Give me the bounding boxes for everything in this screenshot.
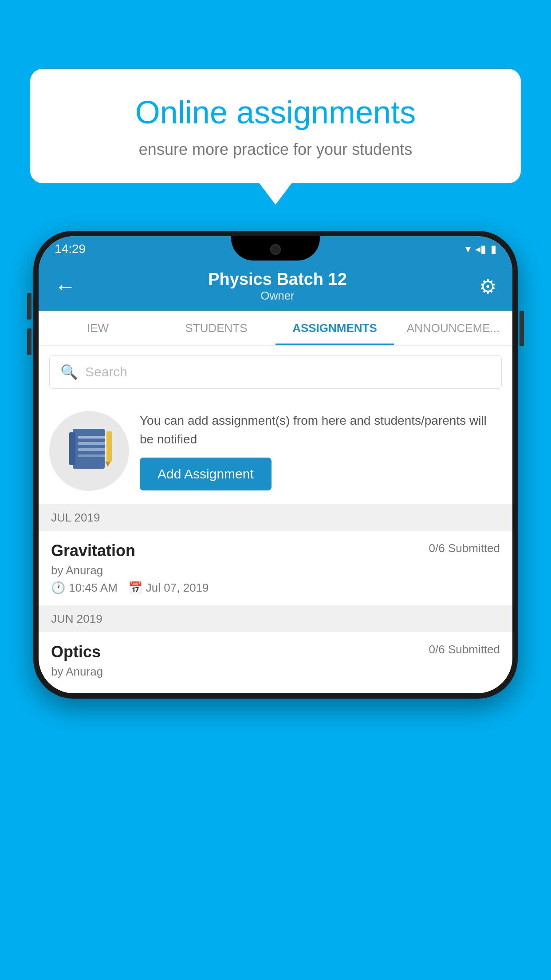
phone-wrapper: 14:29 ▾ ◂▮ ▮ ← Physics Batch 12 Ow — [33, 231, 518, 699]
assignment-author-optics: by Anurag — [51, 665, 500, 679]
volume-down-button[interactable] — [27, 328, 31, 355]
assignment-gravitation-header: Gravitation 0/6 Submitted — [51, 541, 500, 560]
month-header-jul: JUL 2019 — [39, 505, 512, 531]
search-icon: 🔍 — [60, 364, 78, 380]
pencil-body — [106, 431, 112, 462]
front-camera — [270, 244, 281, 255]
notch — [231, 236, 320, 261]
status-bar: 14:29 ▾ ◂▮ ▮ — [39, 236, 512, 262]
tab-iew[interactable]: IEW — [39, 311, 157, 345]
status-icons: ▾ ◂▮ ▮ — [465, 243, 496, 255]
promo-text: You can add assignment(s) from here and … — [140, 411, 502, 449]
tab-students[interactable]: STUDENTS — [157, 311, 276, 345]
assignment-meta-gravitation: 🕐 10:45 AM 📅 Jul 07, 2019 — [51, 581, 500, 595]
promo-icon-circle — [49, 411, 129, 491]
assignment-optics-header: Optics 0/6 Submitted — [51, 643, 500, 661]
clock-icon: 🕐 — [51, 581, 65, 595]
bubble-title: Online assignments — [61, 93, 490, 131]
back-button[interactable]: ← — [55, 274, 76, 299]
phone-screen: 14:29 ▾ ◂▮ ▮ ← Physics Batch 12 Ow — [39, 236, 512, 693]
search-container: 🔍 Search — [39, 346, 512, 398]
speech-bubble: Online assignments ensure more practice … — [30, 69, 521, 183]
volume-up-button[interactable] — [27, 293, 31, 320]
tab-assignments[interactable]: ASSIGNMENTS — [276, 311, 394, 345]
calendar-icon: 📅 — [128, 581, 142, 595]
search-bar[interactable]: 🔍 Search — [49, 355, 502, 389]
assignment-optics[interactable]: Optics 0/6 Submitted by Anurag — [39, 632, 512, 693]
battery-icon: ▮ — [491, 243, 496, 255]
promo-content: You can add assignment(s) from here and … — [140, 411, 502, 490]
pencil-tip — [105, 462, 110, 467]
bubble-subtitle: ensure more practice for your students — [61, 140, 490, 159]
add-assignment-button[interactable]: Add Assignment — [140, 458, 272, 490]
assignment-submitted-gravitation: 0/6 Submitted — [429, 541, 500, 555]
app-bar-subtitle: Owner — [208, 289, 347, 303]
assignment-gravitation[interactable]: Gravitation 0/6 Submitted by Anurag 🕐 10… — [39, 531, 512, 606]
assignment-time-value: 10:45 AM — [69, 581, 118, 595]
search-placeholder: Search — [85, 364, 127, 379]
phone-outer: 14:29 ▾ ◂▮ ▮ ← Physics Batch 12 Ow — [33, 231, 518, 699]
status-time: 14:29 — [55, 242, 86, 256]
month-header-jun: JUN 2019 — [39, 606, 512, 632]
speech-bubble-container: Online assignments ensure more practice … — [30, 69, 521, 183]
promo-section: You can add assignment(s) from here and … — [39, 398, 512, 505]
settings-icon[interactable]: ⚙ — [479, 275, 496, 298]
assignment-date-value: Jul 07, 2019 — [146, 581, 209, 595]
notebook-lines — [78, 436, 107, 457]
app-bar-title-group: Physics Batch 12 Owner — [208, 270, 347, 303]
phone-screen-content: 14:29 ▾ ◂▮ ▮ ← Physics Batch 12 Ow — [39, 236, 512, 693]
assignment-submitted-optics: 0/6 Submitted — [429, 643, 500, 656]
assignment-author-gravitation: by Anurag — [51, 564, 500, 577]
assignment-date-gravitation: 📅 Jul 07, 2019 — [128, 581, 209, 595]
signal-icon: ◂▮ — [475, 243, 486, 255]
power-button[interactable] — [520, 311, 524, 346]
assignment-time-gravitation: 🕐 10:45 AM — [51, 581, 118, 595]
tabs-bar: IEW STUDENTS ASSIGNMENTS ANNOUNCEME... — [39, 311, 512, 346]
assignment-name-gravitation: Gravitation — [51, 541, 135, 560]
assignment-name-optics: Optics — [51, 643, 101, 661]
app-bar-title: Physics Batch 12 — [208, 270, 347, 289]
app-bar: ← Physics Batch 12 Owner ⚙ — [39, 262, 512, 311]
wifi-icon: ▾ — [465, 243, 471, 255]
tab-announcements[interactable]: ANNOUNCEME... — [394, 311, 512, 345]
notebook-spiral — [69, 432, 75, 465]
